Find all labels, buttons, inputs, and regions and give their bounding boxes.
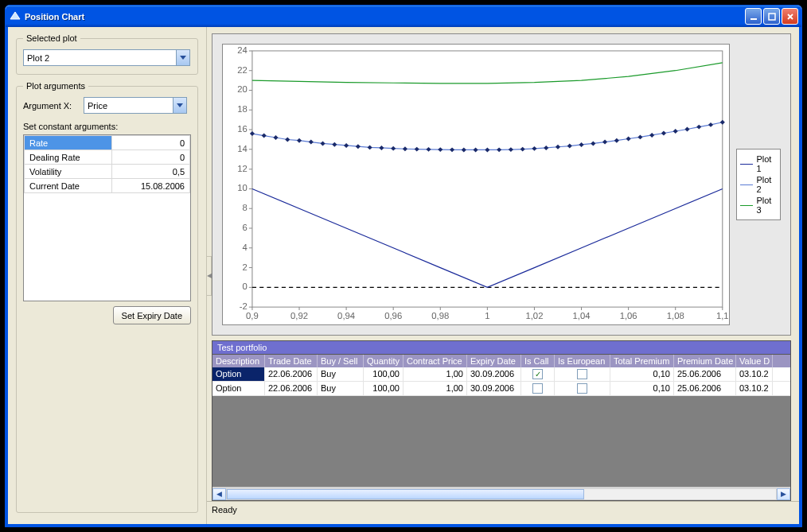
svg-marker-0 [10,12,20,19]
svg-marker-6 [177,103,183,107]
table-cell[interactable] [555,367,610,381]
const-name: Rate [25,136,112,150]
chart-container: -20246810121416182022240,90,920,940,960,… [212,33,791,336]
table-row[interactable]: Option22.06.2006Buy100,001,0030.09.20060… [212,382,790,396]
column-header[interactable]: Trade Date [265,355,318,367]
legend-label: Plot 3 [756,196,777,215]
column-header[interactable]: Premium Date [674,355,736,367]
set-expiry-button[interactable]: Set Expiry Date [113,306,191,324]
table-cell[interactable]: Option [212,382,265,395]
right-panel: -20246810121416182022240,90,920,940,960,… [207,27,799,524]
svg-text:12: 12 [237,164,248,173]
plot-args-legend: Plot arguments [23,81,88,91]
column-header[interactable]: Value D [736,355,773,367]
client-area: Selected plot Plot 2 Plot arguments Argu… [6,27,801,526]
scroll-left-button[interactable]: ◀ [212,488,226,500]
column-header[interactable]: Description [212,355,265,367]
table-cell[interactable] [555,382,610,395]
const-row-dealing-rate[interactable]: Dealing Rate 0 [25,150,190,165]
svg-text:0,96: 0,96 [384,311,402,320]
horizontal-scrollbar[interactable]: ◀ ▶ [212,487,790,500]
plot-args-group: Plot arguments Argument X: Price Set con… [16,81,198,513]
panel-collapse-handle[interactable]: ◀ [207,256,212,296]
svg-rect-2 [769,14,775,20]
const-row-volatility[interactable]: Volatility 0,5 [25,165,190,179]
column-header[interactable]: Contract Price [404,355,467,367]
maximize-button[interactable] [763,8,780,25]
table-cell[interactable]: 25.06.2006 [674,367,736,381]
table-cell[interactable]: 03.10.2 [736,382,773,395]
table-cell[interactable]: 0,10 [610,382,674,395]
table-cell[interactable]: 22.06.2006 [265,382,318,395]
legend-item-2: Plot 2 [740,175,777,194]
grid-header[interactable]: DescriptionTrade DateBuy / SellQuantityC… [212,355,790,367]
svg-text:8: 8 [242,203,247,212]
argument-x-row: Argument X: Price [23,97,191,114]
column-header[interactable]: Is Call [521,355,555,367]
table-cell[interactable]: Buy [318,367,364,381]
selected-plot-legend: Selected plot [23,33,80,43]
const-args-table[interactable]: Rate 0 Dealing Rate 0 Volatility 0,5 C [23,134,191,301]
table-cell[interactable]: Buy [318,382,364,395]
const-value[interactable]: 15.08.2006 [112,179,190,193]
table-cell[interactable]: 100,00 [364,367,404,381]
table-cell[interactable]: ✓ [521,367,555,381]
scroll-right-button[interactable]: ▶ [777,488,790,500]
portfolio-grid[interactable]: DescriptionTrade DateBuy / SellQuantityC… [212,354,791,501]
column-header[interactable]: Total Premium [610,355,674,367]
svg-rect-57 [252,51,723,307]
const-value[interactable]: 0,5 [112,165,190,179]
table-cell[interactable]: Option [212,367,265,381]
svg-text:2: 2 [242,262,247,272]
const-value[interactable]: 0 [112,150,190,165]
const-row-rate[interactable]: Rate 0 [25,136,190,150]
table-cell[interactable]: 30.09.2006 [467,367,521,381]
svg-text:1,1: 1,1 [716,311,729,320]
svg-text:22: 22 [237,65,248,75]
column-header[interactable]: Quantity [364,355,404,367]
table-cell[interactable]: 1,00 [404,382,467,395]
svg-text:14: 14 [237,144,248,153]
table-cell[interactable]: 25.06.2006 [674,382,736,395]
window: Position Chart Selected plot Plot 2 Plot… [5,5,802,527]
table-cell[interactable]: 22.06.2006 [265,367,318,381]
svg-text:4: 4 [242,243,247,252]
svg-text:0,98: 0,98 [431,311,449,320]
status-text: Ready [212,505,237,515]
titlebar[interactable]: Position Chart [6,6,801,27]
svg-text:18: 18 [237,104,248,114]
legend-label: Plot 2 [756,175,777,194]
column-header[interactable]: Is European [555,355,610,367]
scroll-track[interactable] [226,488,777,500]
table-cell[interactable]: 03.10.2 [736,367,773,381]
table-cell[interactable]: 0,10 [610,367,674,381]
svg-rect-1 [750,18,757,20]
const-value[interactable]: 0 [112,136,190,150]
table-cell[interactable]: 100,00 [364,382,404,395]
column-header[interactable]: Expiry Date [467,355,521,367]
column-header[interactable]: Buy / Sell [318,355,364,367]
grid-body[interactable]: Option22.06.2006Buy100,001,0030.09.2006✓… [212,367,790,396]
const-name: Current Date [25,179,112,193]
table-cell[interactable]: 30.09.2006 [467,382,521,395]
table-cell[interactable]: 1,00 [404,367,467,381]
window-title: Position Chart [25,12,743,21]
svg-text:10: 10 [237,184,248,193]
selected-plot-combo[interactable]: Plot 2 [23,49,190,66]
svg-text:1: 1 [485,311,489,320]
const-row-current-date[interactable]: Current Date 15.08.2006 [25,179,190,193]
svg-text:6: 6 [242,223,247,232]
scroll-thumb[interactable] [227,489,584,499]
table-row[interactable]: Option22.06.2006Buy100,001,0030.09.2006✓… [212,367,790,382]
svg-text:0: 0 [242,282,247,291]
minimize-button[interactable] [745,8,762,25]
svg-text:1,08: 1,08 [667,311,684,320]
chevron-down-icon [173,98,186,113]
chevron-down-icon [176,50,189,65]
close-button[interactable] [782,8,798,25]
app-icon [9,10,21,23]
table-cell[interactable] [521,382,555,395]
svg-text:1,04: 1,04 [573,311,591,320]
chart-plot-area[interactable]: -20246810121416182022240,90,920,940,960,… [222,44,730,325]
argument-x-combo[interactable]: Price [84,97,187,114]
